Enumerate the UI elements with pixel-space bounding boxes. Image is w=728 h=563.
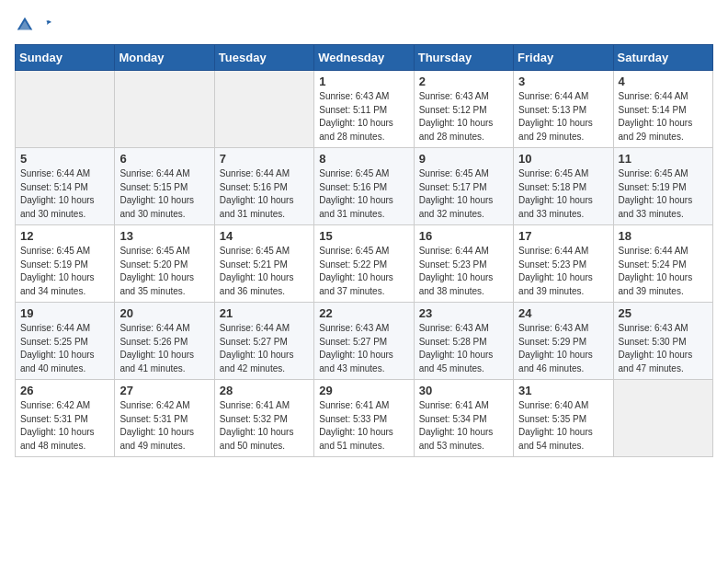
header-saturday: Saturday <box>613 45 712 71</box>
day-number: 31 <box>518 384 608 397</box>
calendar-cell: 16Sunrise: 6:44 AM Sunset: 5:23 PM Dayli… <box>414 225 513 303</box>
day-number: 14 <box>220 229 309 243</box>
page-header <box>15 15 713 35</box>
calendar-week-row: 1Sunrise: 6:43 AM Sunset: 5:11 PM Daylig… <box>16 71 713 148</box>
header-wednesday: Wednesday <box>314 45 414 71</box>
day-info: Sunrise: 6:44 AM Sunset: 5:26 PM Dayligh… <box>119 322 209 375</box>
calendar-cell: 1Sunrise: 6:43 AM Sunset: 5:11 PM Daylig… <box>314 71 414 148</box>
day-info: Sunrise: 6:41 AM Sunset: 5:34 PM Dayligh… <box>419 399 508 453</box>
calendar-cell: 21Sunrise: 6:44 AM Sunset: 5:27 PM Dayli… <box>214 303 313 380</box>
day-number: 1 <box>319 75 408 88</box>
day-number: 10 <box>518 152 608 166</box>
calendar-cell: 13Sunrise: 6:45 AM Sunset: 5:20 PM Dayli… <box>115 225 214 303</box>
calendar-week-row: 5Sunrise: 6:44 AM Sunset: 5:14 PM Daylig… <box>16 148 713 225</box>
day-info: Sunrise: 6:44 AM Sunset: 5:14 PM Dayligh… <box>619 90 708 144</box>
logo-icon <box>15 15 35 35</box>
day-number: 19 <box>20 306 109 320</box>
calendar-cell: 25Sunrise: 6:43 AM Sunset: 5:30 PM Dayli… <box>613 303 712 380</box>
calendar-cell: 20Sunrise: 6:44 AM Sunset: 5:26 PM Dayli… <box>115 303 214 380</box>
header-thursday: Thursday <box>414 45 513 71</box>
day-info: Sunrise: 6:42 AM Sunset: 5:31 PM Dayligh… <box>20 399 109 453</box>
day-number: 30 <box>419 384 508 397</box>
day-info: Sunrise: 6:44 AM Sunset: 5:15 PM Dayligh… <box>119 167 209 221</box>
day-info: Sunrise: 6:44 AM Sunset: 5:16 PM Dayligh… <box>220 167 309 221</box>
day-info: Sunrise: 6:45 AM Sunset: 5:19 PM Dayligh… <box>20 245 109 298</box>
calendar-week-row: 19Sunrise: 6:44 AM Sunset: 5:25 PM Dayli… <box>16 303 713 380</box>
day-info: Sunrise: 6:43 AM Sunset: 5:30 PM Dayligh… <box>619 322 708 375</box>
day-info: Sunrise: 6:45 AM Sunset: 5:18 PM Dayligh… <box>518 167 608 221</box>
calendar-cell: 22Sunrise: 6:43 AM Sunset: 5:27 PM Dayli… <box>314 303 414 380</box>
calendar-cell: 26Sunrise: 6:42 AM Sunset: 5:31 PM Dayli… <box>16 380 115 457</box>
calendar-week-row: 12Sunrise: 6:45 AM Sunset: 5:19 PM Dayli… <box>16 225 713 303</box>
day-number: 21 <box>220 306 309 320</box>
day-info: Sunrise: 6:40 AM Sunset: 5:35 PM Dayligh… <box>518 399 608 453</box>
day-number: 22 <box>319 306 408 320</box>
calendar-week-row: 26Sunrise: 6:42 AM Sunset: 5:31 PM Dayli… <box>16 380 713 457</box>
calendar-cell: 11Sunrise: 6:45 AM Sunset: 5:19 PM Dayli… <box>613 148 712 225</box>
day-number: 7 <box>220 152 309 166</box>
day-number: 25 <box>619 306 708 320</box>
day-info: Sunrise: 6:45 AM Sunset: 5:21 PM Dayligh… <box>220 245 309 298</box>
day-info: Sunrise: 6:43 AM Sunset: 5:28 PM Dayligh… <box>419 322 508 375</box>
day-info: Sunrise: 6:43 AM Sunset: 5:29 PM Dayligh… <box>518 322 608 375</box>
day-number: 26 <box>20 384 109 397</box>
day-number: 23 <box>419 306 508 320</box>
day-number: 11 <box>619 152 708 166</box>
calendar-cell: 29Sunrise: 6:41 AM Sunset: 5:33 PM Dayli… <box>314 380 414 457</box>
day-number: 6 <box>119 152 209 166</box>
day-info: Sunrise: 6:44 AM Sunset: 5:13 PM Dayligh… <box>518 90 608 144</box>
day-info: Sunrise: 6:45 AM Sunset: 5:19 PM Dayligh… <box>619 167 708 221</box>
calendar-cell: 24Sunrise: 6:43 AM Sunset: 5:29 PM Dayli… <box>514 303 613 380</box>
calendar-cell: 10Sunrise: 6:45 AM Sunset: 5:18 PM Dayli… <box>514 148 613 225</box>
calendar-cell: 27Sunrise: 6:42 AM Sunset: 5:31 PM Dayli… <box>115 380 214 457</box>
calendar-cell: 15Sunrise: 6:45 AM Sunset: 5:22 PM Dayli… <box>314 225 414 303</box>
day-info: Sunrise: 6:44 AM Sunset: 5:24 PM Dayligh… <box>619 245 708 298</box>
day-number: 4 <box>619 75 708 88</box>
header-monday: Monday <box>115 45 214 71</box>
day-info: Sunrise: 6:45 AM Sunset: 5:17 PM Dayligh… <box>419 167 508 221</box>
logo-bird-icon <box>40 19 52 32</box>
day-info: Sunrise: 6:45 AM Sunset: 5:22 PM Dayligh… <box>319 245 408 298</box>
day-number: 17 <box>518 229 608 243</box>
day-info: Sunrise: 6:45 AM Sunset: 5:16 PM Dayligh… <box>319 167 408 221</box>
day-number: 12 <box>20 229 109 243</box>
day-number: 13 <box>119 229 209 243</box>
day-info: Sunrise: 6:44 AM Sunset: 5:27 PM Dayligh… <box>220 322 309 375</box>
logo <box>15 15 52 35</box>
calendar-cell: 31Sunrise: 6:40 AM Sunset: 5:35 PM Dayli… <box>514 380 613 457</box>
day-info: Sunrise: 6:44 AM Sunset: 5:23 PM Dayligh… <box>518 245 608 298</box>
calendar-cell: 8Sunrise: 6:45 AM Sunset: 5:16 PM Daylig… <box>314 148 414 225</box>
header-sunday: Sunday <box>16 45 115 71</box>
day-info: Sunrise: 6:41 AM Sunset: 5:33 PM Dayligh… <box>319 399 408 453</box>
day-number: 27 <box>119 384 209 397</box>
calendar-cell <box>613 380 712 457</box>
day-info: Sunrise: 6:42 AM Sunset: 5:31 PM Dayligh… <box>119 399 209 453</box>
day-info: Sunrise: 6:41 AM Sunset: 5:32 PM Dayligh… <box>220 399 309 453</box>
day-number: 24 <box>518 306 608 320</box>
calendar-cell: 2Sunrise: 6:43 AM Sunset: 5:12 PM Daylig… <box>414 71 513 148</box>
day-number: 5 <box>20 152 109 166</box>
calendar-cell <box>115 71 214 148</box>
day-info: Sunrise: 6:43 AM Sunset: 5:11 PM Dayligh… <box>319 90 408 144</box>
calendar-cell <box>214 71 313 148</box>
day-number: 16 <box>419 229 508 243</box>
calendar-cell <box>16 71 115 148</box>
calendar-cell: 28Sunrise: 6:41 AM Sunset: 5:32 PM Dayli… <box>214 380 313 457</box>
day-number: 20 <box>119 306 209 320</box>
day-number: 2 <box>419 75 508 88</box>
day-number: 29 <box>319 384 408 397</box>
day-number: 15 <box>319 229 408 243</box>
day-number: 3 <box>518 75 608 88</box>
day-number: 8 <box>319 152 408 166</box>
calendar-cell: 6Sunrise: 6:44 AM Sunset: 5:15 PM Daylig… <box>115 148 214 225</box>
calendar-cell: 3Sunrise: 6:44 AM Sunset: 5:13 PM Daylig… <box>514 71 613 148</box>
calendar-cell: 23Sunrise: 6:43 AM Sunset: 5:28 PM Dayli… <box>414 303 513 380</box>
calendar-table: SundayMondayTuesdayWednesdayThursdayFrid… <box>15 44 713 457</box>
calendar-cell: 30Sunrise: 6:41 AM Sunset: 5:34 PM Dayli… <box>414 380 513 457</box>
calendar-cell: 17Sunrise: 6:44 AM Sunset: 5:23 PM Dayli… <box>514 225 613 303</box>
calendar-cell: 19Sunrise: 6:44 AM Sunset: 5:25 PM Dayli… <box>16 303 115 380</box>
header-tuesday: Tuesday <box>214 45 313 71</box>
day-info: Sunrise: 6:45 AM Sunset: 5:20 PM Dayligh… <box>119 245 209 298</box>
day-info: Sunrise: 6:44 AM Sunset: 5:14 PM Dayligh… <box>20 167 109 221</box>
day-info: Sunrise: 6:44 AM Sunset: 5:23 PM Dayligh… <box>419 245 508 298</box>
